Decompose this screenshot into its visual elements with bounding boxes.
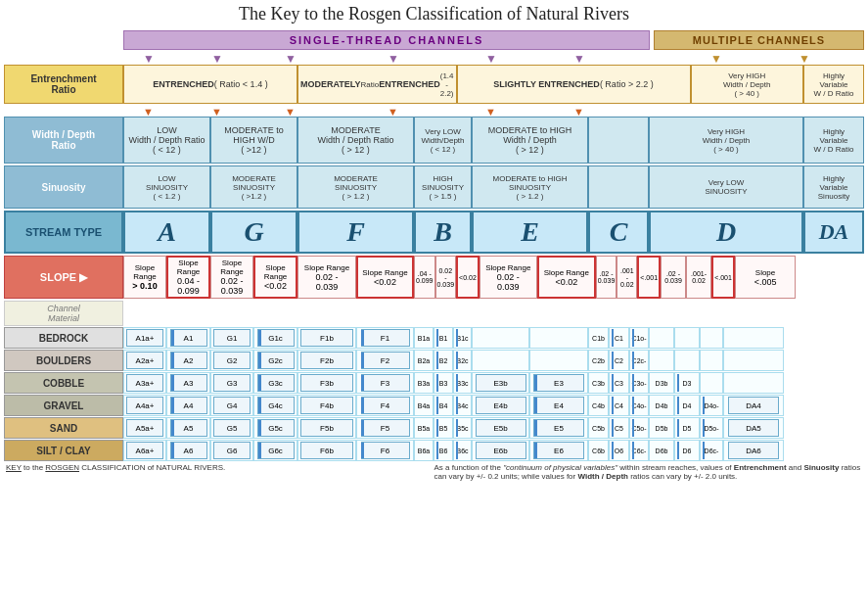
slope-C3: <.001 bbox=[637, 256, 661, 299]
cell-F3b: F3b bbox=[297, 372, 356, 394]
o-arrow-3: ▼ bbox=[285, 106, 296, 118]
cell-B6c: B6c bbox=[453, 440, 472, 461]
very-high-wd-cell: Very HIGHWidth / Depth( > 40 ) bbox=[691, 65, 803, 104]
slope-F1: Slope Range0.02 -0.039 bbox=[297, 256, 356, 299]
cell-E-bedrock-empty bbox=[472, 327, 529, 349]
bedrock-row: BEDROCK A1a+ A1 G1 G1c F1b F1 B1a B1 B1c… bbox=[4, 327, 864, 349]
sin-mod-high: MODERATE to HIGHSINUOSITY( > 1.2 ) bbox=[472, 165, 588, 209]
slope-E1: Slope Range0.02 -0.039 bbox=[480, 256, 537, 299]
cell-D5o: D5o- bbox=[700, 417, 723, 439]
cobble-row: COBBLE A3a+ A3 G3 G3c F3b F3 B3a B3 B3c … bbox=[4, 372, 864, 394]
cell-C5b: C5b bbox=[588, 417, 609, 439]
page-title: The Key to the Rosgen Classification of … bbox=[4, 4, 864, 24]
cell-D6c: D6c- bbox=[700, 440, 723, 461]
cell-A1: A1 bbox=[166, 327, 210, 349]
cell-B2: B2 bbox=[434, 350, 453, 371]
cell-A6a: A6a+ bbox=[123, 440, 166, 461]
cell-G5c: G5c bbox=[253, 417, 297, 439]
highly-variable-wd-cell: HighlyVariableW / D Ratio bbox=[803, 65, 864, 104]
wd-row: Width / DepthRatio LOWWidth / Depth Rati… bbox=[4, 117, 864, 164]
footer-right: As a function of the "continuum of physi… bbox=[434, 463, 863, 481]
cell-F6b: F6b bbox=[297, 440, 356, 461]
cell-C1: C1 bbox=[609, 327, 629, 349]
entrenchment-label: EntrenchmentRatio bbox=[4, 65, 123, 104]
arrow-7: ▼ bbox=[710, 52, 722, 66]
sin-spacer bbox=[588, 165, 649, 209]
stream-type-G: G bbox=[210, 211, 297, 254]
cell-B6a: B6a bbox=[414, 440, 434, 461]
cell-G6c: G6c bbox=[253, 440, 297, 461]
slope-row: SLOPE ▶ Slope Range> 0.10 Slope Range0.0… bbox=[4, 256, 864, 299]
sin-high: HIGHSINUOSITY( > 1.5 ) bbox=[414, 165, 472, 209]
cell-D6b: D6b bbox=[649, 440, 674, 461]
slope-E2: Slope Range<0.02 bbox=[537, 256, 596, 299]
cell-D4b: D4b bbox=[649, 395, 674, 416]
cell-A3a: A3a+ bbox=[123, 372, 166, 394]
cell-E6: E6 bbox=[529, 440, 588, 461]
stream-type-F: F bbox=[297, 211, 414, 254]
cell-B6: B6 bbox=[434, 440, 453, 461]
cobble-label: COBBLE bbox=[4, 372, 123, 394]
slope-DA: Slope<.005 bbox=[735, 256, 796, 299]
stream-type-C: C bbox=[588, 211, 649, 254]
cell-G5: G5 bbox=[210, 417, 253, 439]
slope-label: SLOPE ▶ bbox=[4, 256, 123, 299]
cell-B3a: B3a bbox=[414, 372, 434, 394]
wd-moderate: MODERATEWidth / Depth Ratio( > 12 ) bbox=[297, 117, 414, 164]
stream-type-A: A bbox=[123, 211, 210, 254]
multiple-channels-banner: MULTIPLE CHANNELS bbox=[654, 30, 864, 50]
cell-A4: A4 bbox=[166, 395, 210, 416]
cell-B5: B5 bbox=[434, 417, 453, 439]
slope-B3: <0.02 bbox=[456, 256, 480, 299]
cell-G3: G3 bbox=[210, 372, 253, 394]
cell-F2: F2 bbox=[356, 350, 414, 371]
cell-B2c: B2c bbox=[453, 350, 472, 371]
wd-spacer1 bbox=[588, 117, 649, 164]
cell-G2: G2 bbox=[210, 350, 253, 371]
cell-DA4: DA4 bbox=[723, 395, 784, 416]
cell-E5b: E5b bbox=[472, 417, 529, 439]
entrenchment-row: EntrenchmentRatio ENTRENCHED( Ratio < 1.… bbox=[4, 65, 864, 104]
boulders-row: BOULDERS A2a+ A2 G2 G2c F2b F2 B2a B2 B2… bbox=[4, 350, 864, 371]
cell-C3: C3 bbox=[609, 372, 629, 394]
sin-moderate: MODERATESINUOSITY( >1.2 ) bbox=[210, 165, 297, 209]
cell-G1: G1 bbox=[210, 327, 253, 349]
arrow-1: ▼ bbox=[143, 52, 155, 66]
cell-D4: D4 bbox=[674, 395, 700, 416]
footer-left: KEY to the ROSGEN CLASSIFICATION of NATU… bbox=[6, 463, 434, 481]
footer-key: KEY to the ROSGEN CLASSIFICATION of NATU… bbox=[6, 463, 225, 472]
cell-D4o: D4o- bbox=[700, 395, 723, 416]
o-arrow-1: ▼ bbox=[143, 106, 154, 118]
cell-G3c: G3c bbox=[253, 372, 297, 394]
channel-material-row: ChannelMaterial bbox=[4, 301, 864, 326]
slope-A1: Slope Range> 0.10 bbox=[123, 256, 166, 299]
stream-type-C-space: E bbox=[472, 211, 588, 254]
cell-E-bedrock-empty2 bbox=[529, 327, 588, 349]
stream-type-label: STREAM TYPE bbox=[4, 211, 123, 254]
cell-F1: F1 bbox=[356, 327, 414, 349]
sin-highly-variable: HighlyVariableSinuosity bbox=[803, 165, 864, 209]
cell-F4b: F4b bbox=[297, 395, 356, 416]
cell-B1a: B1a bbox=[414, 327, 434, 349]
sinuosity-row: Sinuosity LOWSINUOSITY( < 1.2 ) MODERATE… bbox=[4, 165, 864, 209]
cell-G1c: G1c bbox=[253, 327, 297, 349]
cell-C6b: C6b bbox=[588, 440, 609, 461]
footer: KEY to the ROSGEN CLASSIFICATION of NATU… bbox=[4, 463, 864, 481]
o-arrow-2: ▼ bbox=[211, 106, 222, 118]
wd-very-low: Very LOWWidth/Depth( < 12 ) bbox=[414, 117, 472, 164]
cell-B5a: B5a bbox=[414, 417, 434, 439]
cell-B3c: B3c bbox=[453, 372, 472, 394]
sand-label: SAND bbox=[4, 417, 123, 439]
moderately-entrenched-cell: MODERATELY RatioENTRENCHED (1.4 - 2.2) bbox=[297, 65, 457, 104]
cell-C2b: C2b bbox=[588, 350, 609, 371]
cell-C3b: C3b bbox=[588, 372, 609, 394]
cell-C1b: C1b bbox=[588, 327, 609, 349]
sin-low: LOWSINUOSITY( < 1.2 ) bbox=[123, 165, 210, 209]
channel-banners: SINGLE-THREAD CHANNELS MULTIPLE CHANNELS bbox=[123, 30, 864, 50]
silt-label: SILT / CLAY bbox=[4, 440, 123, 461]
arrows-row: ▼ ▼ ▼ ▼ ▼ ▼ ▼ ▼ bbox=[123, 52, 864, 64]
cell-F5b: F5b bbox=[297, 417, 356, 439]
cell-A5a: A5a+ bbox=[123, 417, 166, 439]
wd-label: Width / DepthRatio bbox=[4, 117, 123, 164]
cell-F1b: F1b bbox=[297, 327, 356, 349]
